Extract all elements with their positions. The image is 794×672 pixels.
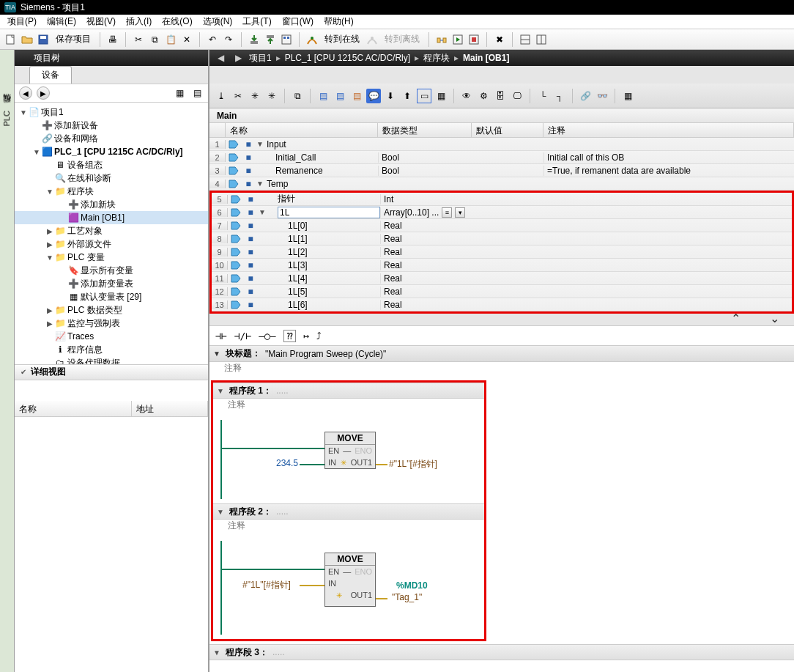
network-3-header[interactable]: ▼ 程序段 3： ..... [209,644,794,660]
tree-item[interactable]: ℹ程序信息 [15,343,208,356]
compile-icon[interactable] [280,33,293,46]
var-row[interactable]: 13■1L[6]Real [212,298,792,311]
tree-item[interactable]: ▼📁PLC 变量 [15,251,208,264]
et-gear-icon[interactable]: ⚙ [476,89,491,103]
menu-options[interactable]: 选项(N) [198,14,237,29]
var-name[interactable]: Input [265,139,378,149]
var-row[interactable]: 4■▼Temp [209,177,794,191]
var-expand-icon[interactable]: ▼ [255,140,265,148]
var-dtype[interactable]: Real [380,300,474,310]
in-pin[interactable]: IN [328,458,336,467]
network-1-header[interactable]: ▼ 程序段 1： ..... [213,383,484,399]
et-glasses-icon[interactable]: 👓 [595,89,609,103]
tree-item[interactable]: 🖥设备组态 [15,158,208,171]
tree-item[interactable]: ➕添加新变量表 [15,277,208,290]
net1-out-value[interactable]: #"1L"[#指针] [389,458,437,470]
et-outdent-icon[interactable]: ┐ [552,89,567,103]
net2-out-tag[interactable]: "Tag_1" [392,592,422,602]
crumb-back-icon[interactable]: ◀ [214,51,227,64]
et-cut-icon[interactable]: ✂ [231,89,245,103]
var-dtype[interactable]: Int [380,194,474,204]
et-hl-orange-icon[interactable]: ▤ [349,89,364,103]
var-dtype[interactable]: Real [380,260,474,270]
move-block-2[interactable]: MOVE EN—ENO IN ✳OUT1 [324,553,376,607]
tree-item[interactable]: 📈Traces [15,330,208,343]
move-block-1[interactable]: MOVE EN—ENO IN✳OUT1 [324,432,376,469]
menu-help[interactable]: 帮助(H) [319,14,358,29]
networks-area[interactable]: ▼ 块标题： "Main Program Sweep (Cycle)" 注释 ▼… [209,346,794,672]
net3-collapse-icon[interactable]: ▼ [212,649,221,657]
et-hl-blue2-icon[interactable]: ▤ [333,89,347,103]
menu-tools[interactable]: 工具(T) [238,14,275,29]
new-project-icon[interactable] [4,33,18,46]
tree-item[interactable]: 🟪Main [OB1] [15,211,208,224]
var-row[interactable]: 6■▼Array[0..10] ...≡▾ [212,206,792,219]
var-name[interactable]: 1L[3] [267,260,380,270]
tree-item[interactable]: ▶📁PLC 数据类型 [15,303,208,317]
open-project-icon[interactable] [21,33,34,46]
in-pin[interactable]: IN [328,579,336,588]
var-row[interactable]: 7■1L[0]Real [212,219,792,232]
tree-item[interactable]: 🔍在线和诊断 [15,171,208,185]
tree-view-icon[interactable]: ▤ [190,86,204,100]
var-name[interactable]: Initial_Call [265,152,378,163]
var-rows-highlighted[interactable]: 5■指针Int6■▼Array[0..10] ...≡▾7■1L[0]Real8… [209,191,794,314]
copy-icon[interactable]: ⧉ [148,33,161,46]
var-comment[interactable]: =True, if remanent data are available [543,166,794,176]
tree-item[interactable]: 🔗设备和网络 [15,132,208,145]
menu-project[interactable]: 项目(P) [3,14,41,29]
out-pin[interactable]: OUT1 [351,591,372,599]
menu-view[interactable]: 视图(V) [82,14,120,29]
tree-item[interactable]: ▼📄项目1 [15,106,208,119]
var-expand-icon[interactable]: ▼ [257,208,267,216]
go-offline-icon[interactable] [366,33,379,46]
tree-item[interactable]: 🗂设备代理数据 [15,356,208,364]
tree-item[interactable]: ▼📁程序块 [15,185,208,198]
en-pin[interactable]: EN [328,446,339,455]
dtype-drop-icon[interactable]: ▾ [455,207,465,218]
var-rows[interactable]: 1■▼Input2■Initial_CallBoolInitial call o… [209,138,794,191]
redo-icon[interactable]: ↷ [222,33,235,46]
net1-in-value[interactable]: 234.5 [276,458,298,468]
undo-icon[interactable]: ↶ [206,33,219,46]
tree-settings-icon[interactable]: ▦ [173,86,186,100]
save-label[interactable]: 保存项目 [53,33,94,45]
cut-icon[interactable]: ✂ [132,33,145,46]
var-dtype[interactable]: Bool [378,166,472,176]
net1-comment[interactable]: 注释 [213,399,484,416]
var-name-input[interactable] [278,207,380,218]
instr-branch-close[interactable]: ⤴ [316,331,322,341]
block-title-value[interactable]: "Main Program Sweep (Cycle)" [265,349,386,359]
et-find-icon[interactable]: ▦ [620,89,635,103]
crumb-0[interactable]: 项目1 [249,52,272,64]
accessible-devices-icon[interactable] [435,33,448,46]
expand-icon[interactable]: ▶ [45,240,54,248]
tree-item[interactable]: ➕添加新块 [15,198,208,211]
et-star-1-icon[interactable]: ✳ [248,89,262,103]
nav-fwd-icon[interactable]: ▶ [37,86,50,100]
et-comment-icon[interactable]: 💬 [366,89,381,103]
net1-collapse-icon[interactable]: ▼ [216,387,225,395]
var-dtype[interactable]: Array[0..10] ...≡▾ [380,207,474,218]
var-name[interactable] [267,207,380,218]
out-pin[interactable]: OUT1 [351,458,372,467]
var-row[interactable]: 2■Initial_CallBoolInitial call of this O… [209,151,794,164]
var-name[interactable]: 1L[1] [267,234,380,244]
var-row[interactable]: 1■▼Input [209,138,794,151]
et-hl-blue-icon[interactable]: ▤ [316,89,330,103]
block-collapse-icon[interactable]: ▼ [212,350,221,358]
expand-icon[interactable]: ▼ [19,108,28,117]
net2-out-symbol[interactable]: %MD10 [396,580,428,591]
et-upload-icon[interactable]: ⬆ [400,89,415,103]
upload-icon[interactable] [264,33,277,46]
tree-item[interactable]: 🔖显示所有变量 [15,264,208,277]
var-name[interactable]: 1L[4] [267,273,380,284]
network-2[interactable]: ▼ 程序段 2： ..... 注释 MOVE EN—ENO [213,503,484,639]
go-online-icon[interactable] [305,33,319,46]
et-copy-icon[interactable]: ⧉ [290,89,305,103]
net2-in-value[interactable]: #"1L"[#指针] [242,579,291,591]
print-icon[interactable]: 🖶 [106,33,119,46]
en-pin[interactable]: EN [328,567,339,576]
detail-collapse-icon[interactable]: ✔ [19,368,28,376]
instr-coil[interactable]: –◯– [259,331,275,341]
